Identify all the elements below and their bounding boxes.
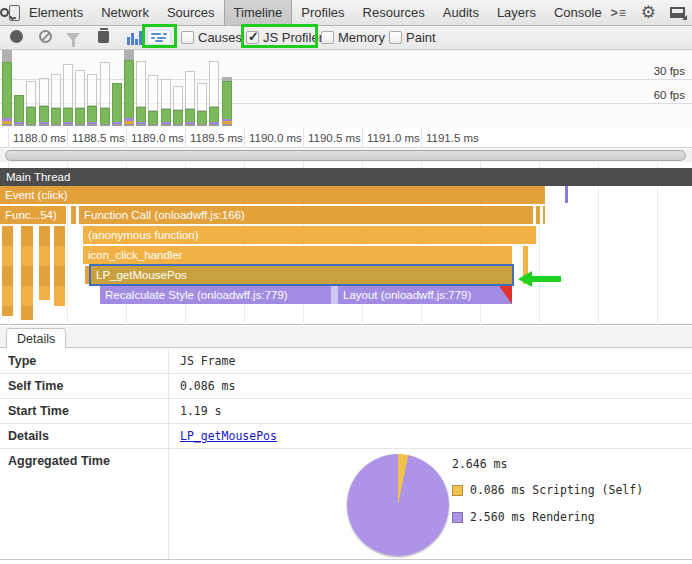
tab-network[interactable]: Network: [92, 0, 158, 25]
main-thread-header[interactable]: Main Thread: [0, 168, 692, 186]
tab-elements[interactable]: Elements: [20, 0, 92, 25]
search-icon[interactable]: [0, 0, 9, 25]
details-row-value: 1.19 s: [169, 399, 233, 423]
tab-bar-right-icons: >≡ ⚙ ✕: [611, 0, 692, 25]
flame-chart-pane: Main Thread Event (click)Func...54)Funct…: [0, 162, 692, 325]
ruler-tick-label: 1190.0 ms: [249, 132, 302, 144]
ruler-tick-label: 1189.0 ms: [131, 132, 184, 144]
frame-bar: [148, 75, 158, 126]
ruler-tick-label: 1191.5 ms: [426, 132, 479, 144]
frame-gap: [540, 206, 543, 224]
details-row-type: TypeJS Frame: [0, 349, 692, 374]
flame-gridline: [598, 162, 599, 325]
ruler-tick-label: 1189.5 ms: [190, 132, 243, 144]
checkbox-label: Memory: [338, 30, 385, 45]
clear-button[interactable]: [39, 30, 52, 43]
frame-bar: [173, 86, 183, 126]
dock-glyph: [670, 7, 685, 18]
record-button[interactable]: [10, 30, 23, 43]
ruler-tick: [126, 128, 127, 148]
flame-frame-event-click[interactable]: Event (click): [0, 186, 545, 204]
overview-scroll-thumb[interactable]: [5, 150, 686, 161]
details-row-label: Start Time: [0, 399, 169, 423]
frame-bar: [161, 79, 171, 126]
details-function-link[interactable]: LP_getMousePos: [180, 429, 277, 443]
details-row-label: Details: [0, 424, 169, 448]
flame-frame-func-54[interactable]: Func...54): [0, 206, 66, 224]
checkbox-memory[interactable]: Memory: [321, 30, 385, 45]
frame-bar: [124, 50, 134, 126]
checkbox-box[interactable]: [321, 31, 334, 44]
details-row-value: JS Frame: [169, 349, 246, 373]
flame-frame-function-call-onloadwff-js-166[interactable]: Function Call (onloadwff.js:166): [79, 206, 545, 224]
long-frame-warning-triangle: [499, 286, 512, 304]
magnifier-glyph: [0, 8, 9, 17]
details-row-value: 0.086 ms: [169, 374, 246, 398]
timeline-toolbar: CausesJS ProfilerMemoryPaint: [0, 26, 692, 50]
flame-frame-fragment[interactable]: [85, 266, 90, 284]
frame-bar: [112, 83, 122, 126]
tab-resources[interactable]: Resources: [354, 0, 434, 25]
ruler-tick-label: 1191.0 ms: [367, 132, 420, 144]
tab-console[interactable]: Console: [545, 0, 611, 25]
filter-button[interactable]: [66, 33, 80, 41]
aggregated-time-pie-chart: [347, 454, 449, 556]
flame-chart-button[interactable]: [147, 30, 171, 45]
device-mode-icon[interactable]: [9, 0, 20, 25]
ruler-tick: [8, 128, 9, 148]
legend-item: 2.560 ms Rendering: [452, 510, 643, 524]
flame-frame-fragment[interactable]: [331, 286, 338, 304]
frame-bar: [100, 62, 110, 126]
details-row-start-time: Start Time1.19 s: [0, 399, 692, 424]
annotation-arrow-head: [518, 271, 532, 287]
flame-frame-layout-onloadwff-js-779[interactable]: Layout (onloadwff.js:779): [338, 286, 512, 304]
tab-sources[interactable]: Sources: [158, 0, 224, 25]
tab-profiles[interactable]: Profiles: [292, 0, 353, 25]
tab-timeline[interactable]: Timeline: [224, 0, 293, 25]
aggregated-time-label: Aggregated Time: [0, 449, 169, 559]
frame-bar: [14, 95, 24, 126]
frame-bar: [2, 50, 12, 126]
checkbox-box[interactable]: [389, 31, 402, 44]
details-row-self-time: Self Time0.086 ms: [0, 374, 692, 399]
ruler-tick-label: 1188.5 ms: [72, 132, 125, 144]
flame-stripe: [2, 226, 13, 316]
frame-bar: [136, 61, 146, 126]
checkbox-paint[interactable]: Paint: [389, 30, 436, 45]
checkbox-box[interactable]: [181, 31, 194, 44]
tab-audits[interactable]: Audits: [434, 0, 488, 25]
console-drawer-icon[interactable]: >≡: [611, 6, 627, 20]
ruler-tick: [244, 128, 245, 148]
settings-gear-icon[interactable]: ⚙: [641, 2, 656, 23]
devtools-window: ElementsNetworkSourcesTimelineProfilesRe…: [0, 0, 692, 564]
panel-tabs: ElementsNetworkSourcesTimelineProfilesRe…: [20, 0, 611, 25]
checkbox-label: Paint: [406, 30, 436, 45]
overview-scroll-track: [0, 149, 692, 162]
frames-overview-chart[interactable]: 30 fps60 fps: [0, 50, 692, 128]
ruler-tick: [185, 128, 186, 148]
checkbox-js-profiler[interactable]: JS Profiler: [246, 30, 323, 45]
dock-side-icon[interactable]: [670, 7, 685, 18]
flame-frame-icon-click-handler[interactable]: icon_click_handler: [83, 246, 512, 264]
garbage-collect-button[interactable]: [98, 28, 109, 43]
checkbox-causes[interactable]: Causes: [181, 30, 242, 45]
frames-view-button[interactable]: [127, 31, 142, 45]
checkbox-box[interactable]: [246, 31, 259, 44]
ruler-tick: [421, 128, 422, 148]
ruler-tick: [362, 128, 363, 148]
flame-frame-lp-getmousepos[interactable]: LP_getMousePos: [91, 266, 512, 284]
bar-chart-icon: [127, 31, 142, 45]
flame-frame-fragment[interactable]: [71, 206, 76, 224]
legend-label: 2.560 ms Rendering: [470, 510, 595, 524]
tab-details[interactable]: Details: [6, 328, 66, 349]
tab-layers[interactable]: Layers: [488, 0, 545, 25]
frame-bar: [185, 71, 195, 126]
pie-total-time: 2.646 ms: [452, 457, 643, 471]
ruler-tick: [67, 128, 68, 148]
legend-label: 0.086 ms Scripting (Self): [470, 483, 643, 497]
details-table: TypeJS FrameSelf Time0.086 msStart Time1…: [0, 349, 692, 560]
ruler-tick-label: 1188.0 ms: [13, 132, 66, 144]
flame-frame-recalculate-style-onloadwff-js-779[interactable]: Recalculate Style (onloadwff.js:779): [100, 286, 331, 304]
flame-frame-anonymous-function[interactable]: (anonymous function): [83, 226, 536, 244]
frame-bar: [87, 74, 97, 126]
